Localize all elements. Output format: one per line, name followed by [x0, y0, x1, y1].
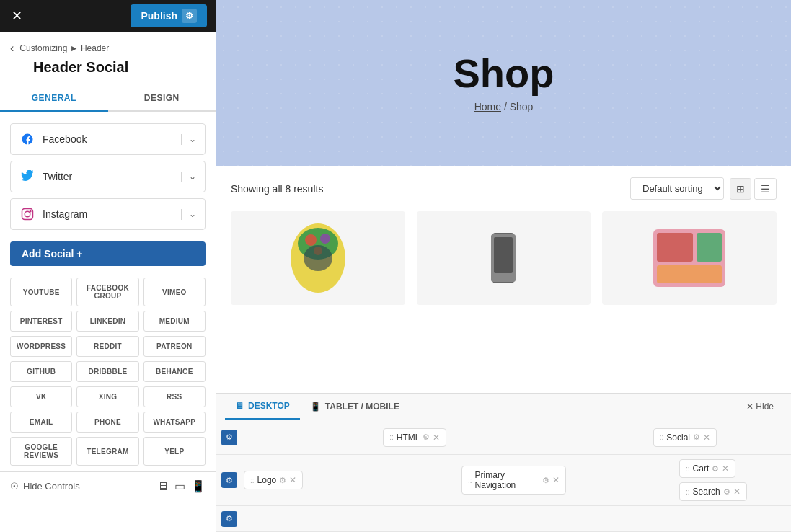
social-grid-github[interactable]: GITHUB: [10, 361, 72, 382]
breadcrumb: ‹ Customizing ► Header: [0, 32, 216, 58]
twitter-chevron-icon[interactable]: ⌄: [189, 172, 196, 182]
social-close-icon[interactable]: ✕: [703, 433, 710, 443]
logo-close-icon[interactable]: ✕: [289, 475, 296, 485]
logo-chip-label: Logo: [257, 475, 277, 485]
logo-gear-icon[interactable]: ⚙: [279, 476, 286, 485]
social-grid-linkedin[interactable]: LINKEDIN: [76, 311, 138, 332]
primary-nav-gear-icon[interactable]: ⚙: [542, 476, 549, 485]
back-button[interactable]: ‹: [10, 42, 14, 55]
social-grid-dribbble[interactable]: DRIBBBLE: [76, 361, 138, 382]
cart-chip[interactable]: :: Cart ⚙ ✕: [679, 459, 735, 478]
search-close-icon[interactable]: ✕: [733, 487, 741, 497]
row1-center: :: HTML ⚙ ✕: [379, 424, 518, 451]
primary-nav-chip[interactable]: :: Primary Navigation ⚙ ✕: [461, 466, 566, 495]
cart-gear-icon[interactable]: ⚙: [712, 464, 719, 474]
social-grid-yelp[interactable]: YELP: [143, 437, 206, 466]
shop-breadcrumb: Home / Shop: [474, 101, 534, 112]
svg-rect-13: [657, 233, 693, 262]
social-grid-patreon[interactable]: PATREON: [143, 336, 206, 357]
svg-point-6: [320, 234, 330, 244]
social-grid-youtube[interactable]: YOUTUBE: [10, 278, 72, 306]
social-grid-pinterest[interactable]: PINTEREST: [10, 311, 72, 332]
social-grid-reddit[interactable]: REDDIT: [76, 336, 138, 357]
row3-handle: ⚙: [219, 511, 239, 527]
builder-tab-tablet-mobile[interactable]: 📱 TABLET / MOBILE: [300, 394, 410, 420]
product-bar: Showing all 8 results Default sorting ⊞ …: [231, 177, 777, 200]
sort-area: Default sorting ⊞ ☰: [630, 177, 777, 200]
social-grid-behance[interactable]: BEHANCE: [143, 361, 206, 382]
tab-design[interactable]: DESIGN: [108, 86, 216, 110]
grid-view-button[interactable]: ⊞: [730, 178, 751, 200]
view-icons: ⊞ ☰: [730, 178, 777, 200]
hide-controls-icon: ☉: [10, 481, 19, 492]
publish-gear-icon[interactable]: ⚙: [182, 9, 197, 23]
logo-drag-icon: ::: [250, 476, 255, 484]
social-item-twitter[interactable]: Twitter | ⌄: [10, 161, 206, 192]
sort-select[interactable]: Default sorting: [630, 177, 724, 200]
social-grid-wordpress[interactable]: WORDPRESS: [10, 336, 72, 357]
svg-rect-14: [697, 233, 722, 262]
add-social-button[interactable]: Add Social +: [10, 241, 206, 266]
social-grid-vk[interactable]: VK: [10, 386, 72, 407]
twitter-label: Twitter: [43, 171, 180, 182]
tablet-device-icon[interactable]: ▭: [174, 479, 185, 493]
search-chip[interactable]: :: Search ⚙ ✕: [679, 482, 747, 501]
social-grid-telegram[interactable]: TELEGRAM: [76, 437, 138, 466]
social-item-instagram[interactable]: Instagram | ⌄: [10, 198, 206, 230]
social-grid-rss[interactable]: RSS: [143, 386, 206, 407]
social-grid-whatsapp[interactable]: WHATSAPP: [143, 412, 206, 433]
desktop-device-icon[interactable]: 🖥: [157, 479, 169, 493]
builder-tab-desktop[interactable]: 🖥 DESKTOP: [225, 394, 300, 420]
svg-point-2: [30, 210, 31, 212]
twitter-divider: |: [180, 170, 183, 183]
search-chip-label: Search: [693, 487, 720, 497]
social-gear-icon[interactable]: ⚙: [693, 433, 700, 442]
list-view-button[interactable]: ☰: [754, 178, 777, 200]
tab-general[interactable]: GENERAL: [0, 86, 108, 112]
social-grid-email[interactable]: EMAIL: [10, 412, 72, 433]
primary-nav-close-icon[interactable]: ✕: [552, 475, 560, 485]
mobile-device-icon[interactable]: 📱: [191, 479, 206, 493]
search-gear-icon[interactable]: ⚙: [723, 487, 730, 497]
hide-controls-button[interactable]: ☉ Hide Controls: [10, 481, 80, 492]
primary-nav-drag-icon: ::: [468, 476, 472, 484]
social-grid-medium[interactable]: MEDIUM: [143, 311, 206, 332]
row3-gear-icon[interactable]: ⚙: [221, 511, 237, 527]
instagram-chevron-icon[interactable]: ⌄: [189, 209, 196, 219]
social-grid-google-reviews[interactable]: GOOGLE REVIEWS: [10, 437, 72, 466]
social-item-facebook[interactable]: Facebook | ⌄: [10, 123, 206, 155]
html-close-icon[interactable]: ✕: [433, 433, 440, 443]
social-grid-vimeo[interactable]: VIMEO: [143, 278, 206, 306]
cart-chip-label: Cart: [693, 464, 710, 474]
close-button[interactable]: ✕: [9, 5, 25, 27]
html-chip[interactable]: :: HTML ⚙ ✕: [383, 428, 446, 447]
desktop-label: DESKTOP: [248, 401, 290, 411]
twitter-icon: [19, 169, 35, 185]
breadcrumb-home-link[interactable]: Home: [474, 101, 501, 112]
row2-handle: ⚙: [219, 472, 239, 488]
social-grid-facebook-group[interactable]: FACEBOOK GROUP: [76, 278, 138, 306]
primary-nav-chip-label: Primary Navigation: [475, 470, 539, 490]
hide-button[interactable]: ✕ Hide: [738, 394, 782, 420]
right-panel: Shop Home / Shop Showing all 8 results D…: [216, 0, 791, 532]
html-gear-icon[interactable]: ⚙: [423, 433, 430, 442]
section-title: Header Social: [0, 58, 216, 86]
hide-controls-label: Hide Controls: [23, 481, 80, 492]
row2-gear-icon[interactable]: ⚙: [221, 472, 237, 488]
social-chip[interactable]: :: Social ⚙ ✕: [653, 428, 717, 447]
topbar: ✕ Publish ⚙: [0, 0, 216, 32]
shop-hero: Shop Home / Shop: [216, 0, 791, 166]
logo-chip[interactable]: :: Logo ⚙ ✕: [244, 471, 303, 489]
social-grid-phone[interactable]: PHONE: [76, 412, 138, 433]
svg-rect-15: [657, 265, 722, 283]
desktop-icon: 🖥: [235, 401, 244, 411]
breadcrumb-root: Customizing: [19, 43, 67, 53]
facebook-chevron-icon[interactable]: ⌄: [189, 134, 196, 144]
row1-gear-icon[interactable]: ⚙: [221, 430, 237, 445]
tabs: GENERAL DESIGN: [0, 86, 216, 112]
showing-results: Showing all 8 results: [231, 183, 323, 195]
instagram-icon: [19, 206, 35, 222]
social-grid-xing[interactable]: XING: [76, 386, 138, 407]
cart-close-icon[interactable]: ✕: [722, 464, 729, 474]
publish-button[interactable]: Publish ⚙: [131, 4, 207, 27]
